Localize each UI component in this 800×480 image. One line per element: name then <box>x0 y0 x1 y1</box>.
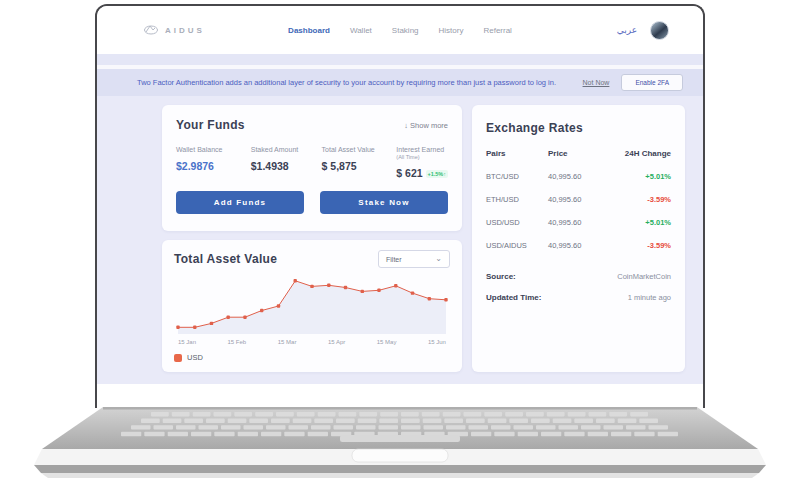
user-avatar[interactable] <box>650 21 669 40</box>
show-more-link[interactable]: ↓ Show more <box>404 121 448 130</box>
exchange-rates-title: Exchange Rates <box>486 121 583 135</box>
total-asset-value: $ 5,875 <box>322 160 397 172</box>
main-content: Your Funds ↓ Show more Wallet Balance $2… <box>97 96 703 384</box>
interest-earned-value: $ 621 +1.5%↑ <box>396 167 448 179</box>
exchange-rates-card: Exchange Rates Pairs Price 24H Change BT… <box>472 105 685 372</box>
chart-title: Total Asset Value <box>174 252 277 266</box>
stat-staked-amount: Staked Amount $1.4938 <box>251 146 322 179</box>
not-now-link[interactable]: Not Now <box>583 79 610 86</box>
rates-updated-value: 1 minute ago <box>628 293 671 302</box>
asset-value-line-chart <box>174 272 450 338</box>
laptop-keyboard-base <box>0 406 800 480</box>
divider-band <box>97 54 703 65</box>
filter-dropdown[interactable]: Filter ⌄ <box>378 250 450 268</box>
stat-total-asset-value: Total Asset Value $ 5,875 <box>322 146 397 179</box>
nav-item-wallet[interactable]: Wallet <box>350 26 372 35</box>
two-factor-banner: Two Factor Authentication adds an additi… <box>97 69 703 96</box>
rates-source-row: Source: CoinMarketCoin <box>486 272 671 281</box>
language-switch[interactable]: عربي <box>617 25 637 35</box>
arrow-down-icon: ↓ <box>404 121 408 130</box>
rates-source-value: CoinMarketCoin <box>617 272 671 281</box>
wallet-balance-value: $2.9876 <box>176 160 251 172</box>
nav-item-referral[interactable]: Referral <box>483 26 511 35</box>
rates-table-header: Pairs Price 24H Change <box>486 149 671 158</box>
add-funds-button[interactable]: Add Funds <box>176 191 304 214</box>
your-funds-card: Your Funds ↓ Show more Wallet Balance $2… <box>162 105 462 231</box>
chart-legend: USD <box>174 353 450 362</box>
staked-amount-value: $1.4938 <box>251 160 322 172</box>
chart-x-axis-labels: 15 Jan 15 Feb 15 Mar 15 Apr 15 May 15 Ju… <box>174 339 450 345</box>
rate-row-eth-usd[interactable]: ETH/USD 40,995.60 -3.59% <box>486 195 671 204</box>
rate-row-btc-usd[interactable]: BTC/USD 40,995.60 +5.01% <box>486 172 671 181</box>
brand-logo-icon <box>143 21 159 39</box>
change-badge: -3.59% <box>613 195 671 204</box>
your-funds-title: Your Funds <box>176 118 245 132</box>
nav-item-dashboard[interactable]: Dashboard <box>288 26 330 35</box>
laptop-screen: AIDUS Dashboard Wallet Staking History R… <box>95 4 705 408</box>
chevron-down-icon: ⌄ <box>435 257 442 261</box>
two-factor-message: Two Factor Authentication adds an additi… <box>137 78 583 87</box>
change-badge: -3.59% <box>613 241 671 250</box>
total-asset-value-card: Total Asset Value Filter ⌄ 15 Jan 15 Feb… <box>162 240 462 372</box>
top-navbar: AIDUS Dashboard Wallet Staking History R… <box>97 6 703 54</box>
nav-menu: Dashboard Wallet Staking History Referra… <box>288 26 512 35</box>
nav-item-staking[interactable]: Staking <box>392 26 419 35</box>
rates-updated-row: Updated Time: 1 minute ago <box>486 293 671 302</box>
rate-row-usd-aidus[interactable]: USD/AIDUS 40,995.60 -3.59% <box>486 241 671 250</box>
change-badge: +5.01% <box>613 218 671 227</box>
brand-logo[interactable]: AIDUS <box>143 21 205 39</box>
stat-interest-earned: Interest Earned (All Time) $ 621 +1.5%↑ <box>396 146 448 179</box>
enable-2fa-button[interactable]: Enable 2FA <box>621 74 683 91</box>
brand-name: AIDUS <box>165 26 205 35</box>
nav-right-group: عربي <box>617 21 669 40</box>
funds-stats: Wallet Balance $2.9876 Staked Amount $1.… <box>176 146 448 179</box>
interest-change-badge: +1.5%↑ <box>426 170 449 178</box>
stake-now-button[interactable]: Stake Now <box>320 191 448 214</box>
change-badge: +5.01% <box>613 172 671 181</box>
laptop-mockup: AIDUS Dashboard Wallet Staking History R… <box>0 0 800 480</box>
rate-row-usd-usd[interactable]: USD/USD 40,995.60 +5.01% <box>486 218 671 227</box>
usd-legend-swatch <box>174 354 182 362</box>
stat-wallet-balance: Wallet Balance $2.9876 <box>176 146 251 179</box>
nav-item-history[interactable]: History <box>439 26 464 35</box>
